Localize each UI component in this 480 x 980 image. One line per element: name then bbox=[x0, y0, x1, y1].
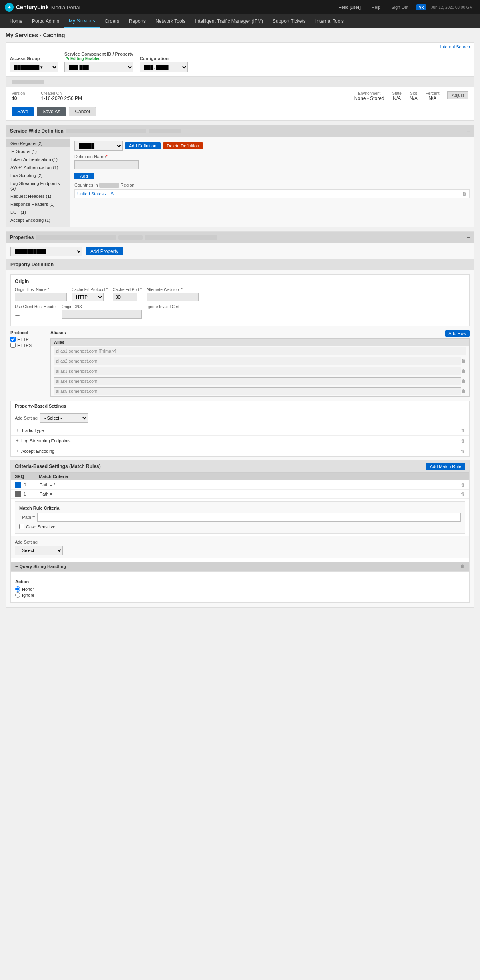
origin-host-group: Origin Host Name * bbox=[15, 287, 67, 301]
alias-delete-1[interactable]: 🗑 bbox=[461, 358, 466, 364]
http-checkbox[interactable] bbox=[10, 337, 16, 342]
def-item-6[interactable]: Request Headers (1) bbox=[6, 192, 70, 200]
ignore-invalid-cert-label: Ignore Invalid Cert bbox=[147, 305, 179, 309]
alias-table-header: Alias bbox=[51, 339, 469, 346]
nav-item-support[interactable]: Support Tickets bbox=[268, 15, 311, 27]
configuration-select[interactable]: ███, ████ bbox=[140, 62, 188, 72]
expand-btn-0[interactable]: + bbox=[15, 482, 21, 488]
definition-sidebar: Geo Regions (2) IP Groups (1) Token Auth… bbox=[6, 137, 70, 227]
access-group-select[interactable]: ████████ ▾ bbox=[10, 62, 58, 72]
traffic-type-label: Traffic Type bbox=[21, 428, 44, 433]
nav-item-home[interactable]: Home bbox=[5, 15, 27, 27]
def-item-8[interactable]: DCT (1) bbox=[6, 208, 70, 216]
protocol-title: Protocol bbox=[10, 330, 42, 335]
swd-collapse-icon: − bbox=[467, 128, 470, 134]
def-item-7[interactable]: Response Headers (1) bbox=[6, 200, 70, 208]
add-match-rule-button[interactable]: Add Match Rule bbox=[426, 463, 465, 470]
def-item-1[interactable]: IP Groups (1) bbox=[6, 147, 70, 155]
cancel-button[interactable]: Cancel bbox=[69, 107, 96, 116]
nav-item-reports[interactable]: Reports bbox=[124, 15, 151, 27]
user-greeting: Hello [user] bbox=[338, 5, 361, 10]
created-block: Created On 1-16-2020 2:56 PM bbox=[41, 91, 82, 101]
swd-section-header[interactable]: Service-Wide Definition − bbox=[6, 125, 474, 137]
def-item-2[interactable]: Token Authentication (1) bbox=[6, 155, 70, 163]
add-button[interactable]: Add bbox=[74, 173, 94, 179]
save-button[interactable]: Save bbox=[12, 107, 34, 116]
country-delete-icon[interactable]: 🗑 bbox=[462, 191, 467, 197]
qsh-delete[interactable]: 🗑 bbox=[460, 564, 465, 569]
def-item-0[interactable]: Geo Regions (2) bbox=[6, 139, 70, 147]
alias-row-2: 🗑 bbox=[51, 366, 469, 376]
honor-radio[interactable] bbox=[15, 586, 20, 592]
pbs-add-row: Add Setting - Select - bbox=[11, 411, 469, 425]
swd-title: Service-Wide Definition bbox=[10, 128, 64, 134]
service-component-select[interactable]: ███ ███ bbox=[64, 62, 133, 72]
alt-web-root-input[interactable] bbox=[147, 293, 199, 301]
use-client-host-checkbox[interactable] bbox=[15, 311, 20, 316]
pbs-add-setting-select[interactable]: - Select - bbox=[40, 413, 88, 423]
signout-link[interactable]: Sign Out bbox=[391, 5, 408, 10]
cache-fill-protocol-select[interactable]: HTTP HTTPS bbox=[72, 293, 104, 301]
origin-dns-input[interactable] bbox=[62, 310, 142, 319]
expand-btn-1[interactable]: − bbox=[15, 491, 21, 497]
adjust-button[interactable]: Adjust bbox=[447, 91, 468, 99]
cache-fill-port-group: Cache Fill Port * bbox=[113, 287, 142, 301]
def-name-input[interactable] bbox=[74, 160, 139, 169]
traffic-type-delete[interactable]: 🗑 bbox=[461, 428, 465, 433]
https-checkbox[interactable] bbox=[10, 343, 16, 348]
alias-input-0[interactable] bbox=[54, 347, 466, 355]
def-item-9[interactable]: Accept-Encoding (1) bbox=[6, 216, 70, 224]
nav-item-internal-tools[interactable]: Internal Tools bbox=[311, 15, 349, 27]
criteria-1: Path = bbox=[40, 492, 461, 496]
case-sensitive-checkbox[interactable] bbox=[19, 524, 24, 529]
aliases-block: Aliases Add Row Alias bbox=[50, 330, 470, 397]
add-property-button[interactable]: Add Property bbox=[86, 247, 123, 255]
help-link[interactable]: Help bbox=[372, 5, 381, 10]
expand-row-accept-encoding[interactable]: ＋ Accept-Encoding 🗑 bbox=[11, 446, 469, 456]
definition-layout: Geo Regions (2) IP Groups (1) Token Auth… bbox=[6, 137, 474, 227]
alias-delete-3[interactable]: 🗑 bbox=[461, 378, 466, 384]
row-trash-0[interactable]: 🗑 bbox=[461, 482, 465, 487]
def-item-3[interactable]: AWS4 Authentication (1) bbox=[6, 163, 70, 171]
properties-select[interactable]: ██████████ bbox=[10, 247, 82, 256]
row-trash-1[interactable]: 🗑 bbox=[461, 492, 465, 496]
alias-input-1[interactable] bbox=[54, 357, 461, 365]
alias-input-4[interactable] bbox=[54, 387, 461, 395]
log-streaming-delete[interactable]: 🗑 bbox=[461, 438, 465, 443]
nav-item-orders[interactable]: Orders bbox=[100, 15, 124, 27]
alias-row-0 bbox=[51, 346, 469, 356]
properties-card: Properties − ██████████ Add Property Pro… bbox=[6, 231, 474, 608]
def-item-4[interactable]: Lua Scripting (2) bbox=[6, 171, 70, 179]
nav-item-network-tools[interactable]: Network Tools bbox=[151, 15, 190, 27]
delete-definition-button[interactable]: Delete Definition bbox=[163, 142, 203, 149]
expand-row-log-streaming[interactable]: ＋ Log Streaming Endpoints 🗑 bbox=[11, 436, 469, 446]
expand-row-traffic[interactable]: ＋ Traffic Type 🗑 bbox=[11, 425, 469, 436]
created-value: 1-16-2020 2:56 PM bbox=[41, 96, 82, 101]
def-item-5[interactable]: Log Streaming Endpoints (2) bbox=[6, 179, 70, 192]
alias-input-2[interactable] bbox=[54, 367, 461, 375]
internal-search-link[interactable]: Internal Search bbox=[440, 44, 470, 49]
definition-select[interactable]: █████ bbox=[74, 141, 123, 151]
def-controls: █████ Add Definition Delete Definition bbox=[74, 141, 470, 151]
cache-fill-port-input[interactable] bbox=[113, 293, 137, 301]
nav-item-itm[interactable]: Intelligent Traffic Manager (ITM) bbox=[190, 15, 268, 27]
alias-delete-2[interactable]: 🗑 bbox=[461, 368, 466, 374]
match-criteria-section: Match Rule Criteria * Path = Case Sensit… bbox=[15, 501, 465, 534]
nav-item-my-services[interactable]: My Services bbox=[64, 15, 100, 28]
accept-encoding-delete[interactable]: 🗑 bbox=[461, 449, 465, 454]
created-label: Created On bbox=[41, 91, 82, 96]
mrc-path-input[interactable] bbox=[37, 513, 461, 522]
environment-value: None - Stored bbox=[354, 96, 384, 101]
alias-delete-4[interactable]: 🗑 bbox=[461, 388, 466, 394]
alias-input-3[interactable] bbox=[54, 377, 461, 385]
ignore-radio[interactable] bbox=[15, 592, 20, 598]
add-definition-button[interactable]: Add Definition bbox=[125, 142, 161, 149]
ignore-radio-row: Ignore bbox=[15, 592, 465, 598]
add-row-button[interactable]: Add Row bbox=[445, 330, 470, 337]
match-add-setting-select[interactable]: - Select - bbox=[15, 546, 63, 555]
save-as-button[interactable]: Save As bbox=[37, 107, 66, 116]
origin-host-input[interactable] bbox=[15, 293, 67, 301]
nav-item-portal-admin[interactable]: Portal Admin bbox=[27, 15, 64, 27]
qsh-header[interactable]: − Query String Handling 🗑 bbox=[11, 562, 469, 571]
properties-section-header[interactable]: Properties − bbox=[6, 232, 474, 243]
